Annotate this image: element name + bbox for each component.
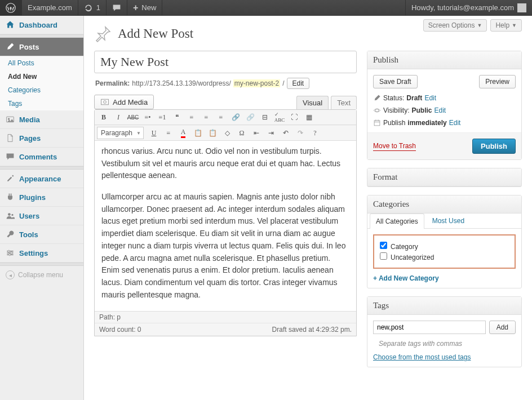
wp-logo[interactable]: [0, 0, 22, 16]
more-button[interactable]: ⊟: [258, 111, 272, 123]
save-draft-button[interactable]: Save Draft: [373, 75, 418, 88]
sidebar-sub-add-new[interactable]: Add New: [0, 70, 83, 83]
editor-body[interactable]: rhoncus varius. Arcu nunc ut. Odio vel n…: [95, 141, 356, 311]
categories-box: Categories All Categories Most Used Cate…: [367, 195, 522, 288]
site-name[interactable]: Example.com: [22, 0, 78, 16]
avatar: [517, 3, 526, 12]
sidebar-item-plugins[interactable]: Plugins: [0, 188, 83, 207]
textcolor-button[interactable]: A: [176, 127, 190, 139]
sidebar-item-dashboard[interactable]: Dashboard: [0, 16, 83, 34]
svg-rect-14: [374, 121, 380, 126]
sidebar-item-settings[interactable]: Settings: [0, 244, 83, 263]
strike-button[interactable]: ABC: [126, 111, 140, 123]
publish-box: Publish Save Draft Preview Status: Draft…: [367, 51, 522, 160]
svg-point-3: [8, 213, 11, 216]
categories-heading[interactable]: Categories: [367, 195, 521, 214]
redo-button[interactable]: ↷: [294, 127, 307, 139]
sidebar-sub-tags[interactable]: Tags: [0, 97, 83, 110]
post-title-input[interactable]: [94, 51, 357, 73]
tags-heading[interactable]: Tags: [367, 297, 521, 315]
format-box: Format: [367, 168, 522, 187]
align-left-button[interactable]: ≡: [185, 111, 198, 123]
sidebar-item-appearance[interactable]: Appearance: [0, 170, 83, 188]
account-menu[interactable]: Howdy, tutorials@example.com: [405, 0, 532, 16]
edit-status-link[interactable]: Edit: [424, 94, 436, 102]
tab-all-categories[interactable]: All Categories: [370, 214, 424, 229]
paste-word-button[interactable]: 📋: [206, 127, 219, 139]
align-right-button[interactable]: ≡: [214, 111, 228, 123]
svg-point-13: [375, 109, 379, 112]
svg-point-2: [8, 118, 10, 120]
comments-link[interactable]: [107, 0, 127, 16]
tab-most-used[interactable]: Most Used: [427, 214, 470, 229]
editor-path: Path: p: [95, 312, 356, 323]
unlink-button[interactable]: 🔗: [243, 111, 257, 123]
ul-button[interactable]: ≡•: [141, 111, 154, 123]
category-checkbox-0[interactable]: Category: [380, 242, 509, 251]
paste-text-button[interactable]: 📋: [191, 127, 205, 139]
quote-button[interactable]: ❝: [170, 111, 184, 123]
underline-button[interactable]: U: [147, 127, 161, 139]
help-button[interactable]: Help▼: [490, 19, 522, 32]
publish-button[interactable]: Publish: [472, 139, 516, 154]
tags-input[interactable]: [373, 321, 486, 334]
sidebar-item-tools[interactable]: Tools: [0, 225, 83, 244]
move-to-trash-link[interactable]: Move to Trash: [373, 142, 416, 151]
sidebar-item-comments[interactable]: Comments: [0, 148, 83, 166]
outdent-button[interactable]: ⇤: [250, 127, 263, 139]
spellcheck-button[interactable]: ✓ABC: [273, 111, 286, 123]
align-center-button[interactable]: ≡: [200, 111, 213, 123]
fullscreen-button[interactable]: ⛶: [287, 111, 301, 123]
wphelp-button[interactable]: ?: [308, 127, 322, 139]
edit-visibility-link[interactable]: Edit: [434, 106, 446, 114]
tab-visual[interactable]: Visual: [296, 96, 329, 109]
edit-schedule-link[interactable]: Edit: [449, 119, 461, 127]
add-tag-button[interactable]: Add: [489, 321, 516, 334]
sidebar-sub-all-posts[interactable]: All Posts: [0, 56, 83, 70]
format-select[interactable]: Paragraph: [97, 127, 144, 139]
calendar-icon: [373, 119, 381, 127]
kitchensink-button[interactable]: ▦: [302, 111, 316, 123]
remove-format-button[interactable]: ◇: [220, 127, 234, 139]
updates-count: 1: [96, 0, 100, 16]
new-content-link[interactable]: + New: [127, 0, 162, 16]
charmap-button[interactable]: Ω: [235, 127, 249, 139]
permalink-base: http://173.254.13.139/wordpress/: [132, 79, 230, 87]
tab-text[interactable]: Text: [331, 96, 357, 109]
undo-button[interactable]: ↶: [279, 127, 292, 139]
preview-button[interactable]: Preview: [479, 75, 516, 88]
link-button[interactable]: 🔗: [229, 111, 242, 123]
category-checkbox-1[interactable]: Uncategorized: [380, 252, 509, 261]
svg-point-4: [11, 214, 13, 216]
choose-tags-link[interactable]: Choose from the most used tags: [373, 353, 471, 361]
permalink-slug[interactable]: my-new-post-2: [233, 79, 280, 87]
word-count: Word count: 0: [99, 326, 141, 334]
chevron-down-icon: ▼: [477, 23, 482, 28]
publish-heading[interactable]: Publish: [367, 51, 521, 69]
ol-button[interactable]: ≡1: [156, 111, 169, 123]
edit-permalink-button[interactable]: Edit: [287, 78, 310, 89]
chevron-down-icon: ▼: [512, 23, 517, 28]
format-heading[interactable]: Format: [367, 168, 521, 186]
sidebar-item-media[interactable]: Media: [0, 110, 83, 129]
svg-point-8: [8, 250, 10, 252]
sidebar-item-users[interactable]: Users: [0, 207, 83, 225]
bold-button[interactable]: B: [97, 111, 110, 123]
svg-point-9: [11, 252, 12, 254]
add-category-link[interactable]: + Add New Category: [373, 274, 439, 282]
collapse-menu[interactable]: ◂ Collapse menu: [0, 266, 83, 284]
sidebar-item-pages[interactable]: Pages: [0, 129, 83, 148]
svg-point-12: [104, 101, 107, 104]
tags-hint: Separate tags with commas: [373, 340, 516, 348]
permalink-label: Permalink:: [95, 79, 130, 87]
media-icon: [100, 97, 109, 106]
screen-options-button[interactable]: Screen Options▼: [423, 19, 487, 32]
svg-point-10: [9, 254, 11, 256]
updates-link[interactable]: 1: [78, 0, 107, 16]
sidebar-item-posts[interactable]: Posts: [0, 38, 83, 56]
justify-button[interactable]: ≡: [162, 127, 175, 139]
italic-button[interactable]: I: [112, 111, 125, 123]
add-media-button[interactable]: Add Media: [94, 95, 154, 109]
indent-button[interactable]: ⇥: [264, 127, 278, 139]
sidebar-sub-categories[interactable]: Categories: [0, 83, 83, 97]
